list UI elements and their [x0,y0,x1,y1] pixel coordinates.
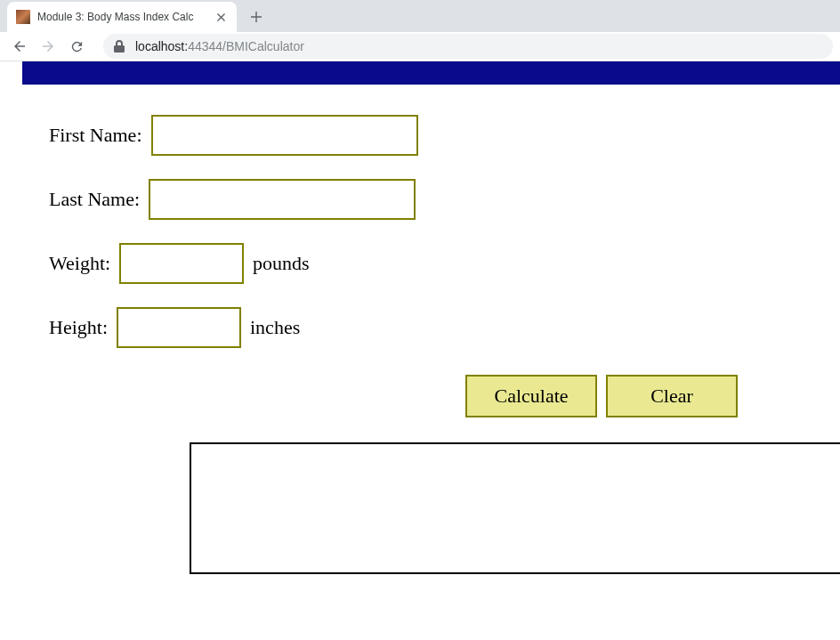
browser-tab[interactable]: Module 3: Body Mass Index Calc [7,2,237,32]
calculate-button[interactable]: Calculate [465,375,597,417]
height-label: Height: [49,316,108,339]
url-path: 44344/BMICalculator [188,39,304,53]
address-bar[interactable]: localhost:44344/BMICalculator [103,34,833,59]
new-tab-button[interactable] [244,4,269,29]
height-unit: inches [250,316,300,339]
back-button[interactable] [7,34,32,59]
header-bar [22,61,840,85]
tab-title: Module 3: Body Mass Index Calc [37,11,214,23]
browser-toolbar: localhost:44344/BMICalculator [0,32,840,61]
weight-row: Weight: pounds [49,243,840,284]
tab-bar: Module 3: Body Mass Index Calc [0,0,840,32]
last-name-label: Last Name: [49,188,140,211]
button-row: Calculate Clear [465,375,840,417]
last-name-row: Last Name: [49,179,840,220]
first-name-input[interactable] [151,115,418,156]
close-icon[interactable] [214,10,228,24]
weight-unit: pounds [253,252,310,275]
page-viewport: First Name: Last Name: Weight: pounds He… [0,61,840,640]
weight-label: Weight: [49,252,110,275]
weight-input[interactable] [119,243,244,284]
browser-chrome: Module 3: Body Mass Index Calc localhost… [0,0,840,61]
url-host: localhost: [135,39,188,53]
lock-icon [114,40,126,53]
clear-button[interactable]: Clear [606,375,738,417]
reload-button[interactable] [64,34,89,59]
first-name-label: First Name: [49,124,142,147]
height-row: Height: inches [49,307,840,348]
bmi-form: First Name: Last Name: Weight: pounds He… [49,115,840,574]
last-name-input[interactable] [149,179,416,220]
first-name-row: First Name: [49,115,840,156]
favicon-icon [16,10,30,24]
forward-button[interactable] [36,34,61,59]
result-output [190,442,840,574]
height-input[interactable] [117,307,241,348]
